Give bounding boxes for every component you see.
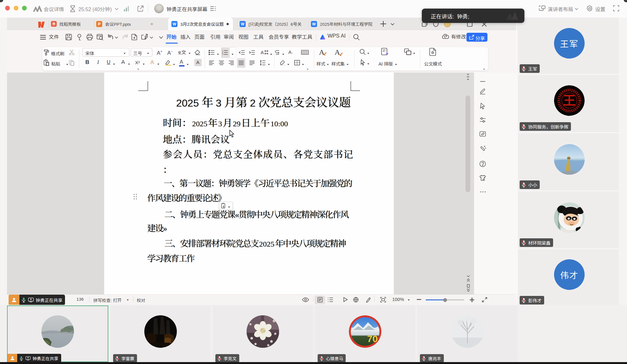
svg-text:3: 3 <box>222 53 223 55</box>
svg-text:W: W <box>241 22 245 26</box>
svg-text:P: P <box>98 22 101 26</box>
svg-text:70: 70 <box>367 333 378 344</box>
svg-text:W: W <box>312 22 316 26</box>
svg-text:A: A <box>319 48 325 56</box>
svg-text:A: A <box>335 48 340 56</box>
svg-text:王: 王 <box>563 90 576 109</box>
svg-text:W: W <box>173 22 177 26</box>
